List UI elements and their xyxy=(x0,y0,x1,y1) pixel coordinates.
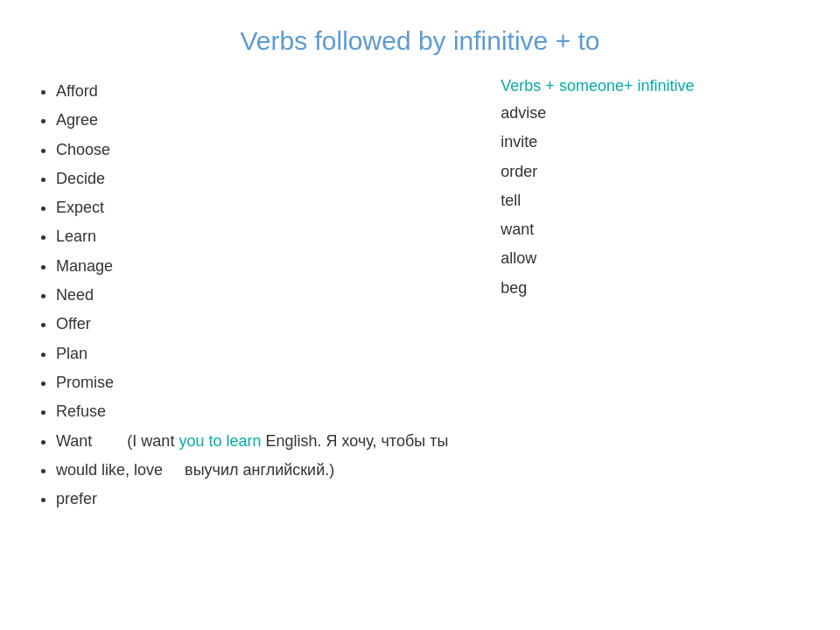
left-verb-item: Learn xyxy=(56,222,448,251)
verb-would-like: would like, love xyxy=(56,461,163,479)
page-title: Verbs followed by infinitive + to xyxy=(35,26,805,56)
left-verb-item: Agree xyxy=(56,106,448,135)
left-verb-item: would like, love выучил английский.) xyxy=(56,456,448,485)
left-verb-item: Plan xyxy=(56,340,448,368)
right-verb-item: invite xyxy=(500,128,805,157)
left-verb-item: Promise xyxy=(56,368,448,397)
left-verb-item: Manage xyxy=(56,252,448,281)
right-verb-item: want xyxy=(500,215,805,244)
example-middle: English. Я хочу, чтобы ты xyxy=(261,432,448,450)
example-prefix: (I want xyxy=(127,432,178,450)
right-verb-list: adviseinviteordertellwantallowbeg xyxy=(500,99,805,303)
right-verb-item: tell xyxy=(500,186,805,215)
left-verb-item: Need xyxy=(56,281,448,310)
left-verb-item: Afford xyxy=(56,77,448,106)
example-continuation: выучил английский.) xyxy=(185,461,334,479)
verb-want: Want xyxy=(56,432,92,450)
left-verb-item: Want (I want you to learn English. Я хоч… xyxy=(56,427,448,456)
verb-list: AffordAgreeChooseDecideExpectLearnManage… xyxy=(35,77,448,514)
content-area: AffordAgreeChooseDecideExpectLearnManage… xyxy=(35,77,805,514)
left-verb-item: prefer xyxy=(56,485,448,514)
right-verb-item: advise xyxy=(500,99,805,128)
left-verb-item: Offer xyxy=(56,310,448,339)
left-verb-item: Expect xyxy=(56,193,448,222)
right-column: Verbs + someone+ infinitive adviseinvite… xyxy=(448,77,805,514)
right-verb-item: allow xyxy=(500,244,805,273)
left-column: AffordAgreeChooseDecideExpectLearnManage… xyxy=(35,77,448,514)
page-container: Verbs followed by infinitive + to Afford… xyxy=(0,0,840,630)
right-verb-item: beg xyxy=(500,274,805,303)
right-verb-item: order xyxy=(500,158,805,186)
left-verb-item: Refuse xyxy=(56,397,448,426)
example-teal: you to learn xyxy=(178,432,261,450)
left-verb-item: Choose xyxy=(56,136,448,164)
left-verb-item: Decide xyxy=(56,164,448,193)
right-header: Verbs + someone+ infinitive xyxy=(500,77,805,95)
